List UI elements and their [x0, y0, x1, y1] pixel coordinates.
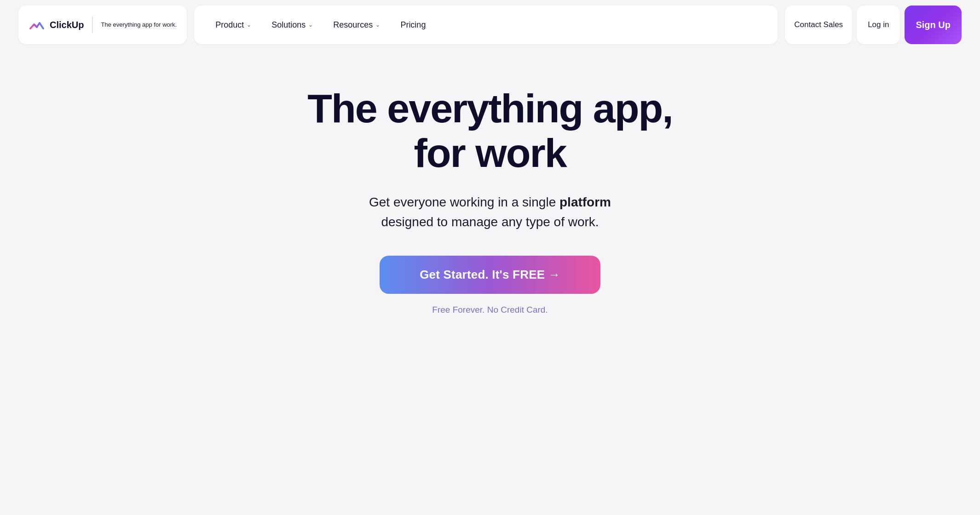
hero-subtitle-part2: designed to manage any type of work.: [381, 215, 599, 229]
logo-tagline: The everything app for work.: [101, 21, 177, 29]
logo-box[interactable]: ClickUp The everything app for work.: [18, 6, 187, 44]
nav-product-label: Product: [215, 20, 244, 30]
contact-sales-button[interactable]: Contact Sales: [785, 6, 852, 44]
nav-item-solutions[interactable]: Solutions ⌄: [263, 16, 321, 34]
logo-name: ClickUp: [50, 20, 84, 30]
clickup-logo-icon: [29, 17, 45, 33]
nav-center: Product ⌄ Solutions ⌄ Resources ⌄ Pricin…: [194, 6, 778, 44]
chevron-down-icon: ⌄: [247, 22, 251, 28]
chevron-down-icon: ⌄: [308, 22, 313, 28]
get-started-button[interactable]: Get Started. It's FREE →: [380, 256, 600, 294]
hero-subtitle: Get everyone working in a single platfor…: [347, 192, 633, 232]
nav-item-pricing[interactable]: Pricing: [392, 16, 434, 34]
nav-right: Contact Sales Log in Sign Up: [785, 6, 962, 44]
nav-item-resources[interactable]: Resources ⌄: [325, 16, 388, 34]
logo-divider: [92, 17, 92, 33]
hero-subtitle-part1: Get everyone working in a single: [369, 195, 559, 209]
nav-pricing-label: Pricing: [400, 20, 426, 30]
nav-resources-label: Resources: [333, 20, 373, 30]
hero-subtitle-bold: platform: [559, 195, 611, 209]
chevron-down-icon: ⌄: [375, 22, 380, 28]
hero-title: The everything app,for work: [307, 86, 672, 176]
nav-item-product[interactable]: Product ⌄: [207, 16, 259, 34]
hero-section: The everything app,for work Get everyone…: [0, 50, 980, 343]
navbar: ClickUp The everything app for work. Pro…: [0, 0, 980, 50]
nav-solutions-label: Solutions: [271, 20, 306, 30]
hero-footnote: Free Forever. No Credit Card.: [432, 305, 548, 315]
login-button[interactable]: Log in: [857, 6, 900, 44]
signup-button[interactable]: Sign Up: [905, 6, 962, 44]
